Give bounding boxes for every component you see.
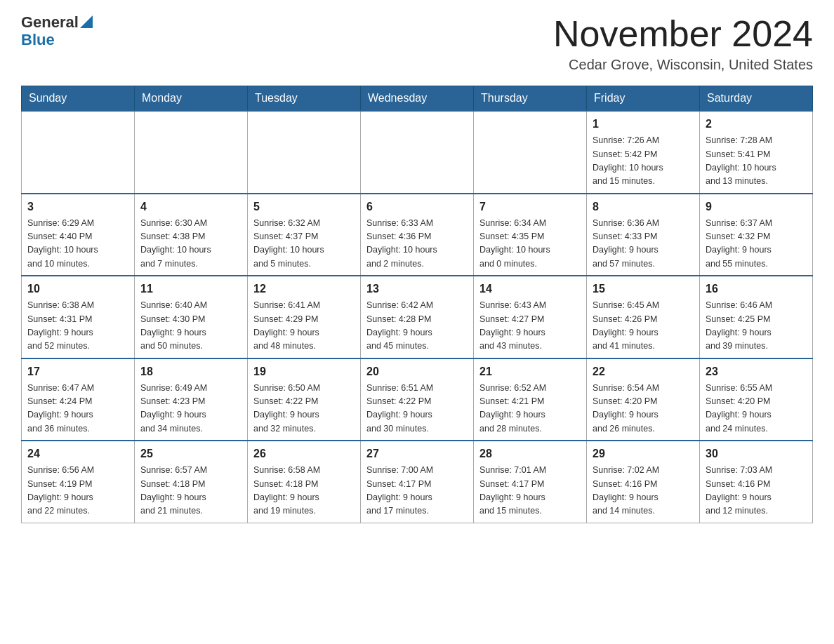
calendar-day-cell [474,111,587,194]
day-info: Sunrise: 6:42 AM Sunset: 4:28 PM Dayligh… [366,299,468,354]
day-number: 15 [593,281,694,297]
calendar-day-cell [248,111,361,194]
calendar-day-cell: 30Sunrise: 7:03 AM Sunset: 4:16 PM Dayli… [700,441,813,523]
title-section: November 2024 Cedar Grove, Wisconsin, Un… [553,14,813,73]
calendar-day-cell: 4Sunrise: 6:30 AM Sunset: 4:38 PM Daylig… [135,194,248,276]
day-number: 23 [706,363,807,380]
day-number: 29 [593,445,694,462]
calendar-day-cell: 16Sunrise: 6:46 AM Sunset: 4:25 PM Dayli… [700,276,813,358]
calendar-week-row: 24Sunrise: 6:56 AM Sunset: 4:19 PM Dayli… [22,441,813,523]
day-info: Sunrise: 6:41 AM Sunset: 4:29 PM Dayligh… [253,299,355,354]
day-info: Sunrise: 6:40 AM Sunset: 4:30 PM Dayligh… [140,299,241,354]
day-number: 20 [366,363,468,380]
day-info: Sunrise: 6:55 AM Sunset: 4:20 PM Dayligh… [706,382,807,436]
calendar-day-cell: 2Sunrise: 7:28 AM Sunset: 5:41 PM Daylig… [700,111,813,194]
day-number: 5 [253,199,355,215]
calendar-day-cell: 22Sunrise: 6:54 AM Sunset: 4:20 PM Dayli… [587,358,700,441]
calendar-header-row: SundayMondayTuesdayWednesdayThursdayFrid… [22,86,813,112]
day-number: 28 [479,445,581,462]
day-number: 17 [27,363,128,380]
calendar-day-cell: 29Sunrise: 7:02 AM Sunset: 4:16 PM Dayli… [587,441,700,523]
day-info: Sunrise: 7:03 AM Sunset: 4:16 PM Dayligh… [706,464,807,518]
calendar-day-cell: 5Sunrise: 6:32 AM Sunset: 4:37 PM Daylig… [248,194,361,276]
calendar-day-cell: 1Sunrise: 7:26 AM Sunset: 5:42 PM Daylig… [587,111,700,194]
calendar-day-cell: 10Sunrise: 6:38 AM Sunset: 4:31 PM Dayli… [22,276,135,358]
day-info: Sunrise: 6:32 AM Sunset: 4:37 PM Dayligh… [253,217,355,271]
day-info: Sunrise: 7:28 AM Sunset: 5:41 PM Dayligh… [706,134,807,189]
day-info: Sunrise: 6:50 AM Sunset: 4:22 PM Dayligh… [253,382,355,436]
day-info: Sunrise: 6:38 AM Sunset: 4:31 PM Dayligh… [27,299,128,354]
calendar-day-header: Friday [587,86,700,112]
day-info: Sunrise: 6:33 AM Sunset: 4:36 PM Dayligh… [366,217,468,271]
calendar-day-header: Monday [135,86,248,112]
day-number: 25 [140,445,241,462]
calendar-table: SundayMondayTuesdayWednesdayThursdayFrid… [21,86,813,523]
svg-marker-0 [80,15,93,28]
calendar-week-row: 3Sunrise: 6:29 AM Sunset: 4:40 PM Daylig… [22,194,813,276]
calendar-day-cell: 14Sunrise: 6:43 AM Sunset: 4:27 PM Dayli… [474,276,587,358]
logo-general: General [21,14,79,31]
calendar-day-cell: 9Sunrise: 6:37 AM Sunset: 4:32 PM Daylig… [700,194,813,276]
calendar-day-cell: 17Sunrise: 6:47 AM Sunset: 4:24 PM Dayli… [22,358,135,441]
calendar-day-cell: 25Sunrise: 6:57 AM Sunset: 4:18 PM Dayli… [135,441,248,523]
day-info: Sunrise: 6:58 AM Sunset: 4:18 PM Dayligh… [253,464,355,518]
calendar-day-cell: 21Sunrise: 6:52 AM Sunset: 4:21 PM Dayli… [474,358,587,441]
calendar-day-header: Saturday [700,86,813,112]
day-number: 16 [706,281,807,297]
calendar-day-cell: 6Sunrise: 6:33 AM Sunset: 4:36 PM Daylig… [361,194,474,276]
day-number: 7 [479,199,581,215]
day-info: Sunrise: 7:02 AM Sunset: 4:16 PM Dayligh… [593,464,694,518]
day-number: 10 [27,281,128,297]
day-info: Sunrise: 6:52 AM Sunset: 4:21 PM Dayligh… [479,382,581,436]
day-info: Sunrise: 6:43 AM Sunset: 4:27 PM Dayligh… [479,299,581,354]
calendar-day-cell: 26Sunrise: 6:58 AM Sunset: 4:18 PM Dayli… [248,441,361,523]
day-number: 4 [140,199,241,215]
day-info: Sunrise: 6:54 AM Sunset: 4:20 PM Dayligh… [593,382,694,436]
day-number: 13 [366,281,468,297]
calendar-week-row: 1Sunrise: 7:26 AM Sunset: 5:42 PM Daylig… [22,111,813,194]
calendar-day-cell: 7Sunrise: 6:34 AM Sunset: 4:35 PM Daylig… [474,194,587,276]
calendar-day-cell: 19Sunrise: 6:50 AM Sunset: 4:22 PM Dayli… [248,358,361,441]
day-info: Sunrise: 6:29 AM Sunset: 4:40 PM Dayligh… [27,217,128,271]
day-info: Sunrise: 7:26 AM Sunset: 5:42 PM Dayligh… [593,134,694,189]
day-info: Sunrise: 7:00 AM Sunset: 4:17 PM Dayligh… [366,464,468,518]
logo-triangle-icon [80,15,93,28]
day-info: Sunrise: 6:51 AM Sunset: 4:22 PM Dayligh… [366,382,468,436]
calendar-day-header: Sunday [22,86,135,112]
day-info: Sunrise: 6:36 AM Sunset: 4:33 PM Dayligh… [593,217,694,271]
day-info: Sunrise: 6:57 AM Sunset: 4:18 PM Dayligh… [140,464,241,518]
day-info: Sunrise: 6:56 AM Sunset: 4:19 PM Dayligh… [27,464,128,518]
calendar-week-row: 17Sunrise: 6:47 AM Sunset: 4:24 PM Dayli… [22,358,813,441]
calendar-day-header: Wednesday [361,86,474,112]
day-number: 2 [706,116,807,133]
day-number: 12 [253,281,355,297]
calendar-subtitle: Cedar Grove, Wisconsin, United States [553,57,813,73]
calendar-day-cell: 13Sunrise: 6:42 AM Sunset: 4:28 PM Dayli… [361,276,474,358]
calendar-day-cell: 27Sunrise: 7:00 AM Sunset: 4:17 PM Dayli… [361,441,474,523]
calendar-day-cell: 3Sunrise: 6:29 AM Sunset: 4:40 PM Daylig… [22,194,135,276]
logo-blue: Blue [21,31,55,49]
calendar-day-cell [361,111,474,194]
day-number: 3 [27,199,128,215]
calendar-day-cell: 8Sunrise: 6:36 AM Sunset: 4:33 PM Daylig… [587,194,700,276]
day-number: 9 [706,199,807,215]
day-number: 27 [366,445,468,462]
day-info: Sunrise: 6:45 AM Sunset: 4:26 PM Dayligh… [593,299,694,354]
calendar-day-cell: 18Sunrise: 6:49 AM Sunset: 4:23 PM Dayli… [135,358,248,441]
page-header: General Blue November 2024 Cedar Grove, … [21,14,813,73]
calendar-day-cell: 28Sunrise: 7:01 AM Sunset: 4:17 PM Dayli… [474,441,587,523]
calendar-day-cell: 23Sunrise: 6:55 AM Sunset: 4:20 PM Dayli… [700,358,813,441]
day-info: Sunrise: 6:30 AM Sunset: 4:38 PM Dayligh… [140,217,241,271]
day-info: Sunrise: 6:34 AM Sunset: 4:35 PM Dayligh… [479,217,581,271]
calendar-day-cell [22,111,135,194]
day-number: 19 [253,363,355,380]
day-info: Sunrise: 6:49 AM Sunset: 4:23 PM Dayligh… [140,382,241,436]
calendar-day-cell [135,111,248,194]
day-number: 18 [140,363,241,380]
calendar-day-cell: 12Sunrise: 6:41 AM Sunset: 4:29 PM Dayli… [248,276,361,358]
day-info: Sunrise: 6:46 AM Sunset: 4:25 PM Dayligh… [706,299,807,354]
calendar-day-header: Thursday [474,86,587,112]
day-number: 22 [593,363,694,380]
day-number: 30 [706,445,807,462]
calendar-week-row: 10Sunrise: 6:38 AM Sunset: 4:31 PM Dayli… [22,276,813,358]
